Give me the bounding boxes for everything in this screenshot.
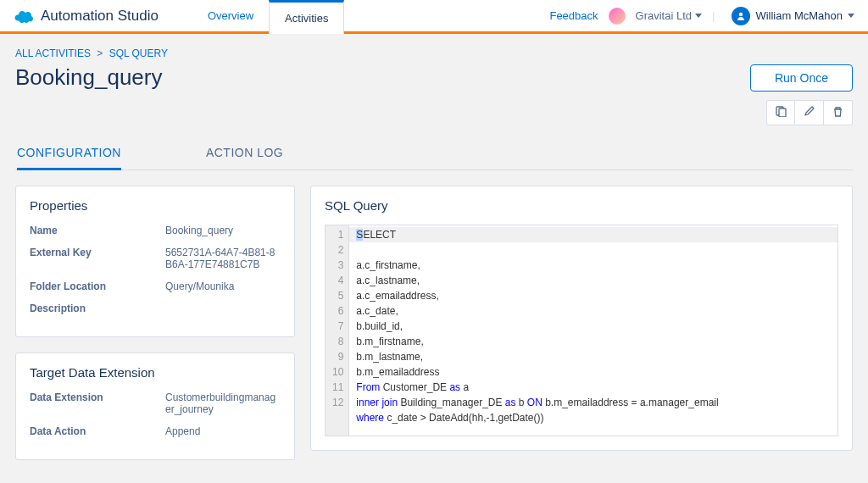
prop-row-data-extension: Data ExtensionCustomerbuildingmanager_jo… — [30, 391, 281, 415]
trash-icon — [832, 105, 843, 120]
copy-button[interactable] — [766, 100, 795, 125]
edit-button[interactable] — [795, 100, 824, 125]
run-once-button[interactable]: Run Once — [750, 64, 853, 92]
prop-row-folder: Folder LocationQuery/Mounika — [30, 280, 281, 292]
feedback-avatar-icon — [609, 8, 626, 25]
nav-tab-overview[interactable]: Overview — [192, 0, 269, 31]
top-navbar: Automation Studio Overview Activities Fe… — [0, 0, 868, 34]
tab-action-log[interactable]: ACTION LOG — [206, 146, 283, 169]
target-card: Target Data Extension Data ExtensionCust… — [15, 353, 295, 460]
app-title: Automation Studio — [41, 8, 159, 25]
sql-editor[interactable]: 1 2 3 4 5 6 7 8 9 10 11 12 SELECT a.c_fi… — [325, 225, 838, 436]
page-title: Booking_query — [15, 64, 162, 91]
cloud-icon — [14, 6, 34, 26]
delete-button[interactable] — [824, 100, 853, 125]
sql-code[interactable]: SELECT a.c_firstname, a.c_lastname, a.c_… — [349, 225, 837, 436]
sub-tabs: CONFIGURATION ACTION LOG — [15, 146, 853, 170]
feedback-link[interactable]: Feedback — [549, 9, 598, 22]
breadcrumb-root[interactable]: ALL ACTIVITIES — [15, 47, 91, 59]
nav-tabs: Overview Activities — [192, 0, 344, 31]
topbar-right: Feedback Gravitai Ltd | William McMahon — [549, 7, 854, 25]
user-name-label: William McMahon — [755, 9, 843, 22]
prop-row-name: NameBooking_query — [30, 225, 281, 236]
chevron-down-icon — [848, 14, 854, 18]
user-menu[interactable]: William McMahon — [732, 7, 854, 25]
tab-configuration[interactable]: CONFIGURATION — [17, 146, 121, 170]
prop-row-external-key: External Key5652731A-64A7-4B81-8B6A-177E… — [30, 247, 281, 270]
line-gutter: 1 2 3 4 5 6 7 8 9 10 11 12 — [326, 225, 349, 436]
nav-tab-activities[interactable]: Activities — [269, 0, 344, 34]
chevron-down-icon — [695, 14, 702, 18]
org-switcher[interactable]: Gravitai Ltd — [636, 9, 702, 22]
user-avatar-icon — [732, 7, 750, 25]
chevron-right-icon: > — [97, 47, 103, 59]
org-label: Gravitai Ltd — [636, 9, 692, 22]
copy-icon — [776, 105, 787, 120]
properties-title: Properties — [30, 198, 281, 213]
svg-point-0 — [739, 12, 743, 15]
breadcrumb: ALL ACTIVITIES > SQL QUERY — [15, 47, 853, 59]
sql-query-card: SQL Query 1 2 3 4 5 6 7 8 9 10 11 12 SEL… — [310, 186, 853, 451]
svg-rect-2 — [779, 108, 786, 117]
prop-row-data-action: Data ActionAppend — [30, 425, 281, 437]
sql-title: SQL Query — [325, 198, 838, 213]
breadcrumb-current[interactable]: SQL QUERY — [109, 47, 168, 59]
prop-row-description: Description — [30, 303, 281, 314]
action-icon-row — [766, 100, 853, 125]
properties-card: Properties NameBooking_query External Ke… — [15, 186, 295, 337]
target-title: Target Data Extension — [30, 365, 281, 380]
pencil-icon — [804, 105, 815, 120]
